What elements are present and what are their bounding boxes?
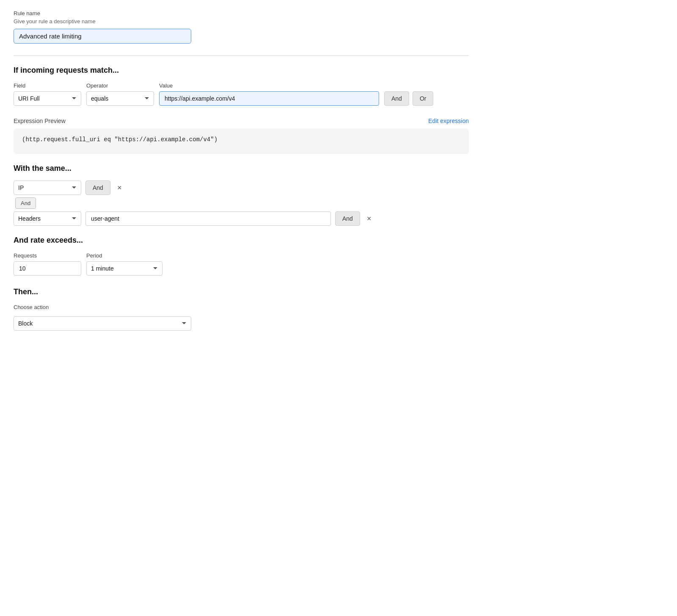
requests-label: Requests <box>14 252 81 259</box>
characteristic-and-btn-ip[interactable]: And <box>85 181 110 195</box>
and-button[interactable]: And <box>384 91 409 106</box>
operator-select[interactable]: equals contains starts with ends with ma… <box>86 91 154 106</box>
choose-action-label: Choose action <box>14 304 469 310</box>
rate-exceeds-title: And rate exceeds... <box>14 236 469 245</box>
characteristic-row-headers: Headers Cookie Query IP And × <box>14 211 469 226</box>
edit-expression-link[interactable]: Edit expression <box>428 118 469 124</box>
period-select[interactable]: 10 seconds 1 minute 2 minutes 5 minutes … <box>86 261 162 276</box>
characteristic-select-headers[interactable]: Headers Cookie Query IP <box>14 211 81 226</box>
characteristic-row-ip: IP ASN Country Headers Cookie Query JA3 … <box>14 181 469 195</box>
requests-input[interactable] <box>14 261 81 276</box>
or-button[interactable]: Or <box>413 91 434 106</box>
characteristic-close-ip[interactable]: × <box>115 182 124 193</box>
rule-name-input[interactable] <box>14 29 191 44</box>
rule-name-label: Rule name <box>14 10 469 16</box>
operator-label: Operator <box>86 82 154 89</box>
then-title: Then... <box>14 287 469 296</box>
value-label: Value <box>159 82 379 89</box>
section-divider <box>14 55 469 56</box>
period-label: Period <box>86 252 162 259</box>
value-input[interactable] <box>159 91 379 106</box>
and-connector-btn: And <box>15 197 36 209</box>
characteristic-close-headers[interactable]: × <box>364 213 374 224</box>
field-select[interactable]: URI Full URI IP Source Address Country M… <box>14 91 81 106</box>
rule-name-hint: Give your rule a descriptive name <box>14 18 469 25</box>
action-select[interactable]: Block Challenge JS Challenge Managed Cha… <box>14 316 191 331</box>
expression-preview: (http.request.full_uri eq "https://api.e… <box>14 129 469 154</box>
match-section-title: If incoming requests match... <box>14 66 469 75</box>
characteristic-and-btn-headers[interactable]: And <box>335 211 360 226</box>
headers-value-input[interactable] <box>85 211 331 226</box>
with-same-title: With the same... <box>14 164 469 173</box>
characteristic-select-ip[interactable]: IP ASN Country Headers Cookie Query JA3 <box>14 181 81 195</box>
and-connector: And <box>15 197 469 209</box>
expression-label: Expression Preview <box>14 118 66 124</box>
field-label: Field <box>14 82 81 89</box>
